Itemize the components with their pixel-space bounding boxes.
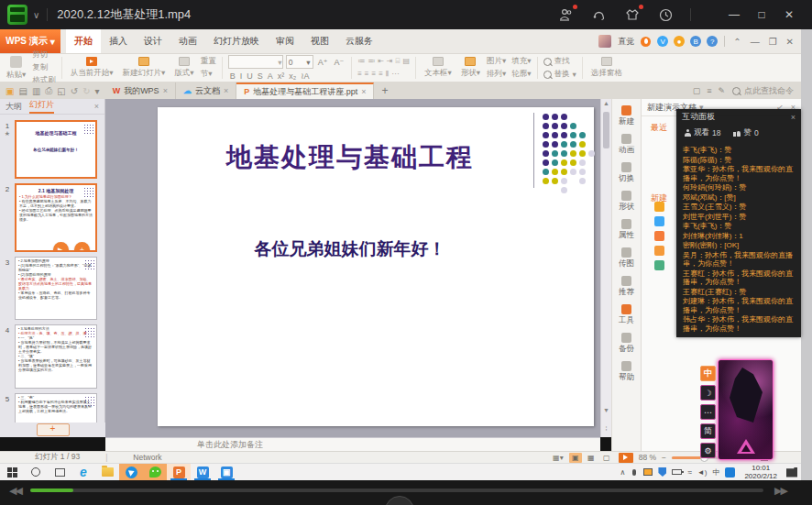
shrink-font-button[interactable]: A⁻: [332, 58, 346, 67]
slide-thumbnail[interactable]: • 3.地基处理的方法• 处理方法：换、填、夯、压、挤、拌、灌• 一、“换”• …: [15, 324, 97, 389]
panel-close-button[interactable]: ×: [94, 102, 99, 111]
view-dropdown-button[interactable]: ▦▾: [553, 454, 564, 462]
font-family-select[interactable]: ▾: [228, 55, 283, 69]
app-tray-icon[interactable]: [725, 467, 735, 478]
wps-close-button[interactable]: ✕: [786, 37, 794, 47]
align-icon[interactable]: ⫴: [386, 70, 389, 79]
slide-thumbnail[interactable]: • 三、“夯”• 利用重锤自由下落的冲击能来夯实浅层填土地基，使表面形成一层较为…: [15, 393, 97, 423]
list-indent-icon[interactable]: ⇤: [378, 57, 384, 66]
template-icon[interactable]: [654, 260, 664, 270]
list-indent-icon[interactable]: ▤: [402, 57, 410, 66]
display-tray-icon[interactable]: [643, 468, 653, 476]
picture-button[interactable]: 图片▾: [487, 56, 506, 67]
font-style-button-B[interactable]: B: [228, 71, 237, 81]
paste-button[interactable]: 粘贴▾: [4, 56, 28, 81]
font-style-button-A[interactable]: A: [266, 71, 275, 81]
tab-outline[interactable]: 大纲: [5, 101, 22, 113]
wifi-tray-icon[interactable]: ≈: [687, 468, 691, 477]
edge-icon[interactable]: e: [71, 464, 95, 480]
align-icon[interactable]: ≡: [357, 70, 362, 79]
view-mode-button-1[interactable]: ▦: [585, 453, 598, 463]
font-style-button-S[interactable]: S: [256, 71, 265, 81]
font-style-button-U[interactable]: U: [245, 71, 255, 81]
document-tab[interactable]: ☁云文档×: [176, 82, 236, 99]
side-tool-推荐[interactable]: 推荐: [612, 276, 641, 298]
list-indent-icon[interactable]: ≔: [357, 57, 365, 66]
section-button[interactable]: 节▾: [201, 69, 216, 80]
player-maximize-button[interactable]: □: [748, 4, 775, 26]
side-tool-属性[interactable]: 属性: [612, 219, 641, 241]
start-button[interactable]: [0, 464, 24, 480]
player-close-button[interactable]: ✕: [775, 4, 803, 26]
canvas-scrollbar[interactable]: ▲ ▼ ⁞: [600, 99, 611, 437]
ime-lang-key[interactable]: 中: [700, 366, 716, 381]
message-icon[interactable]: B: [690, 36, 701, 47]
document-tab[interactable]: P地基处理与基础工程讲座.ppt×: [236, 82, 374, 99]
align-icon[interactable]: ⋯: [391, 70, 399, 79]
fast-forward-button[interactable]: ▶▶: [774, 485, 786, 497]
file-explorer-icon[interactable]: [95, 464, 119, 480]
menu-tab-视图[interactable]: 视图: [302, 29, 337, 53]
video-app-icon[interactable]: ▣: [214, 464, 238, 480]
menu-tab-云服务[interactable]: 云服务: [337, 29, 381, 53]
side-tool-帮助[interactable]: 帮助: [612, 361, 641, 383]
play-from-slide-button[interactable]: ▶: [53, 242, 69, 252]
insert-slide-button[interactable]: +: [74, 242, 90, 252]
battery-tray-icon[interactable]: [672, 469, 682, 475]
find-command-box[interactable]: 点此查找命令: [732, 85, 794, 97]
user-avatar[interactable]: [598, 35, 611, 48]
scroll-up-button[interactable]: ▲: [601, 100, 611, 106]
menu-tab-审阅[interactable]: 审阅: [268, 29, 302, 53]
users-icon[interactable]: [558, 6, 575, 23]
hidden-icons-chevron[interactable]: ∧: [620, 468, 626, 477]
zoom-out-button[interactable]: −: [662, 453, 666, 462]
taskbar-clock[interactable]: 10:01 2020/2/12: [741, 464, 781, 480]
defender-tray-icon[interactable]: [658, 467, 666, 477]
output-icon[interactable]: ▥: [32, 86, 40, 96]
player-logo-icon[interactable]: [7, 5, 27, 25]
slide-subtitle[interactable]: 各位兄弟姐妹们新年好！: [158, 237, 543, 261]
font-style-button-I[interactable]: I: [238, 71, 245, 81]
preview-icon[interactable]: ◱: [57, 86, 65, 96]
reset-button[interactable]: 重置: [201, 56, 216, 67]
template-icon[interactable]: [654, 202, 664, 212]
ime-simplified-key[interactable]: 简: [700, 423, 716, 439]
scrollbar-thumb[interactable]: [603, 112, 609, 148]
align-icon[interactable]: ≡: [365, 70, 369, 79]
new-document-tab-button[interactable]: +: [374, 82, 395, 99]
volume-tray-icon[interactable]: ◄): [697, 468, 708, 477]
cut-button[interactable]: 剪切: [32, 49, 56, 60]
clock-icon[interactable]: [657, 6, 674, 23]
presenter-app-icon[interactable]: [119, 464, 143, 480]
task-view-button[interactable]: [48, 464, 71, 480]
outline-button[interactable]: 轮廓▾: [511, 69, 531, 80]
document-tab-close-button[interactable]: ×: [361, 87, 366, 96]
microphone-tray-icon[interactable]: [632, 469, 636, 476]
side-tool-备份[interactable]: 备份: [612, 333, 641, 355]
view-mode-button-2[interactable]: ▢: [600, 453, 613, 463]
layout-button[interactable]: 版式▾: [171, 57, 196, 79]
slide-thumbnail[interactable]: • 2.地基加固的原理• (1)地基的工程特性：“承载力和变形”、“抗渗和稳定”…: [15, 257, 97, 320]
flame-badge-icon[interactable]: [641, 37, 651, 47]
side-tool-切换[interactable]: 切换: [612, 162, 641, 184]
play-from-current-button[interactable]: 从当前开始▾: [68, 57, 116, 79]
more-icon[interactable]: ▾: [95, 86, 100, 96]
seek-bar[interactable]: [30, 489, 763, 492]
ribbon-collapse-button[interactable]: ⌃: [733, 37, 741, 47]
headset-icon[interactable]: [591, 6, 608, 23]
side-tool-工具[interactable]: 工具: [612, 304, 641, 326]
font-size-select[interactable]: 0▾: [286, 55, 313, 69]
fill-button[interactable]: 填充▾: [511, 56, 531, 67]
action-center-button[interactable]: [786, 467, 797, 478]
document-tab-close-button[interactable]: ×: [224, 86, 228, 95]
undo-icon[interactable]: ↺: [71, 86, 78, 96]
slide-thumbnail[interactable]: 2.1 地基加固处理• 1.为什么对地基进行加固处理？• 有些房屋建筑地基土质差…: [15, 183, 97, 252]
scroll-down-button[interactable]: ▼: [601, 407, 611, 413]
list-indent-icon[interactable]: ⇥: [387, 57, 393, 66]
side-tool-传图[interactable]: 传图: [612, 247, 641, 269]
edit-icon[interactable]: ✎: [718, 86, 725, 95]
side-tool-新建[interactable]: 新建: [612, 105, 641, 127]
new-slide-button[interactable]: 新建幻灯片▾: [120, 57, 169, 79]
vip-icon[interactable]: V: [657, 36, 668, 47]
wps-minimize-button[interactable]: —: [751, 37, 760, 47]
